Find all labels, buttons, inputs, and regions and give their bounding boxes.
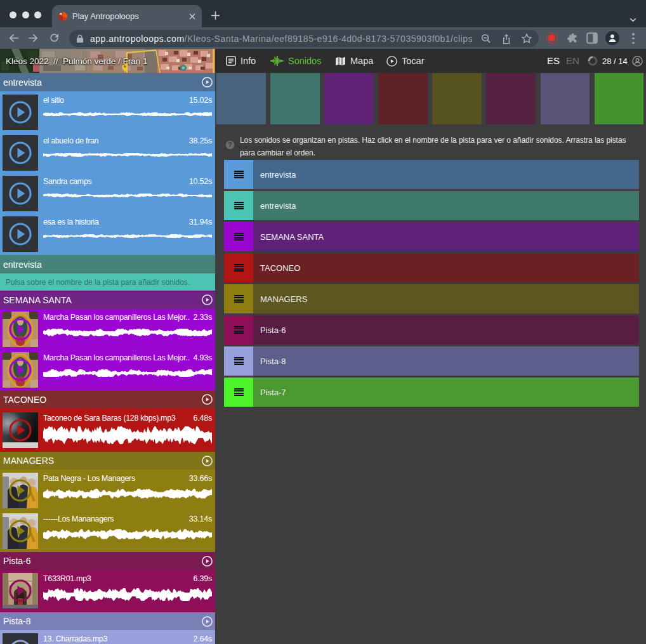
svg-text:?: ? (228, 141, 232, 148)
